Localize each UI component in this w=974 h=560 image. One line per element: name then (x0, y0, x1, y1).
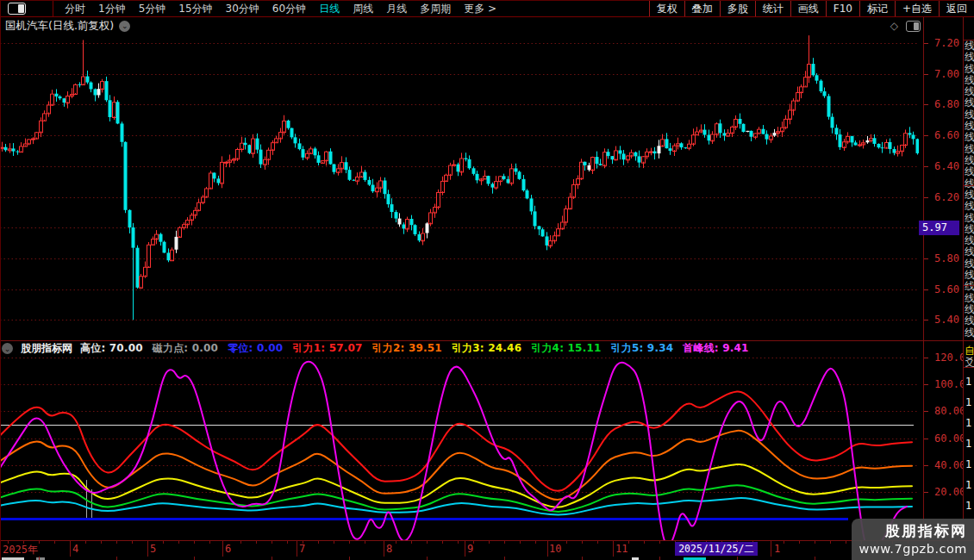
date-label: 10 (549, 543, 561, 555)
diamond-icon[interactable]: ◇ (890, 20, 898, 32)
indicator-param-4: 引力2: 39.51 (372, 342, 442, 355)
tab-60min[interactable]: 60分钟 (272, 2, 306, 16)
date-minor-tick (396, 541, 396, 544)
panel-toggle-icon[interactable] (906, 21, 921, 32)
tab-5min[interactable]: 5分钟 (139, 2, 166, 16)
indicator-header: ⌄ 股朋指标网 高位: 70.00磁力点: 0.00零位: 0.00引力1: 5… (0, 342, 914, 355)
clipped-panel-glyph: 线 (965, 86, 974, 96)
axis-label: 7.20 (934, 37, 959, 49)
tab-multi-period[interactable]: 多周期 (420, 2, 451, 16)
chevron-down-icon[interactable]: ⌄ (119, 21, 130, 32)
date-minor-tick (520, 541, 521, 544)
axis-label: 80.00 (934, 405, 965, 417)
date-minor-tick (256, 541, 257, 544)
current-date-tag: 2025/11/25/二 (675, 542, 758, 556)
partial-row-tick (116, 557, 117, 560)
indicator-chart-canvas[interactable] (0, 356, 919, 540)
partial-row-tick (349, 557, 350, 560)
tab-more[interactable]: 更多 > (464, 2, 496, 16)
indicator-title[interactable]: 股朋指标网 (21, 342, 72, 355)
date-minor-tick (815, 541, 815, 544)
tab-monthly[interactable]: 月线 (386, 2, 407, 16)
clipped-panel-glyph: 线 (965, 64, 974, 74)
partial-row-tick (815, 557, 815, 560)
date-minor-tick (85, 541, 86, 544)
date-minor-tick (846, 541, 846, 544)
clipped-panel-glyph: 线 (965, 213, 974, 223)
partial-row-tick (194, 557, 195, 560)
menu-add-watchlist[interactable]: +自选 (895, 1, 939, 16)
axis-label: 60.00 (934, 432, 965, 445)
watermark-site-name: 股朋指标网 (852, 521, 967, 540)
clipped-panel-glyph: 线 (965, 178, 974, 189)
tab-fenshi[interactable]: 分时 (65, 2, 85, 16)
clipped-panel-glyph: 线 (965, 155, 974, 165)
date-axis: 2025年45678910111 (0, 540, 974, 557)
strip-divider (964, 340, 974, 341)
date-minor-tick (272, 541, 272, 544)
date-label: 1 (774, 543, 780, 555)
tab-1min[interactable]: 1分钟 (98, 2, 126, 16)
tab-15min[interactable]: 15分钟 (178, 2, 212, 16)
candlestick-chart-canvas[interactable] (0, 35, 919, 340)
menu-fuquan[interactable]: 复权 (649, 1, 684, 16)
date-minor-tick (659, 541, 660, 544)
collapse-indicator-icon[interactable]: ⌄ (2, 343, 13, 354)
menu-diejia[interactable]: 叠加 (684, 1, 720, 16)
date-minor-tick (178, 541, 179, 544)
menu-back[interactable]: 返回 (939, 1, 974, 16)
clipped-panel-glyph: 线 (965, 281, 974, 291)
strip-gray-glyph: 爻 (965, 357, 974, 367)
menu-tongji[interactable]: 统计 (755, 1, 790, 16)
clipped-panel-glyph: 线 (965, 258, 974, 269)
date-label: 4 (72, 543, 78, 555)
tab-30min[interactable]: 30分钟 (226, 2, 259, 16)
date-label: 11 (615, 543, 627, 555)
tab-daily[interactable]: 日线 (319, 2, 340, 16)
panel-divider (0, 340, 974, 341)
clipped-panel-glyph: 线 (965, 304, 974, 314)
menu-huaxian[interactable]: 画线 (790, 1, 826, 16)
menu-duogu[interactable]: 多股 (720, 1, 755, 16)
date-minor-tick (504, 541, 505, 544)
indicator-param-6: 引力4: 15.11 (531, 342, 601, 355)
watermark: 股朋指标网 www.7gpzb.com (852, 519, 974, 560)
date-minor-tick (784, 541, 784, 544)
clipped-panel-glyph: 线 (965, 235, 974, 246)
strip-divider (964, 40, 974, 40)
date-minor-tick (163, 541, 164, 544)
date-minor-tick (209, 541, 210, 544)
window-layout-icon[interactable] (0, 1, 53, 16)
last-price-tag: 5.97 (919, 221, 959, 235)
clipped-panel-glyph: 线 (965, 201, 974, 211)
partial-row-tick (272, 557, 272, 560)
trading-terminal: 分时 1分钟 5分钟 15分钟 30分钟 60分钟 日线 周线 月线 多周期 更… (0, 0, 974, 560)
date-minor-tick (318, 541, 319, 544)
axis-label: 6.40 (934, 160, 959, 172)
menu-f10[interactable]: F10 (826, 1, 859, 16)
date-minor-tick (411, 541, 412, 544)
strip-digit: 1 (965, 500, 971, 512)
right-menu: 复权 叠加 多股 统计 画线 F10 标记 +自选 返回 (649, 1, 974, 16)
indicator-param-5: 引力3: 24.46 (452, 342, 521, 355)
axis-label: 5.80 (934, 252, 959, 264)
date-label: 7 (299, 543, 305, 555)
date-label: 2025年 (3, 543, 38, 557)
date-minor-tick (597, 541, 598, 544)
clipped-panel-glyph: 线 (965, 40, 974, 51)
partial-row-tick (39, 557, 40, 560)
top-toolbar: 分时 1分钟 5分钟 15分钟 30分钟 60分钟 日线 周线 月线 多周期 更… (0, 1, 974, 17)
menu-biaoji[interactable]: 标记 (859, 1, 895, 16)
clipped-panel-glyph: 线 (965, 52, 974, 62)
axis-label: 6.60 (934, 129, 959, 141)
date-minor-tick (535, 541, 536, 544)
date-minor-tick (830, 541, 831, 544)
date-minor-tick (489, 541, 490, 544)
month-divider (465, 541, 465, 557)
date-minor-tick (54, 541, 55, 544)
clipped-panel-glyph: 线 (965, 97, 974, 108)
collapsed-side-panel[interactable]: 线线线线线线线线线线线线线线线线线线线线线线线线线线自爻1111111 (964, 17, 974, 519)
title-bar: 国机汽车(日线.前复权) ⌄ ◇ (0, 17, 974, 35)
axis-separator-line (923, 17, 924, 540)
tab-weekly[interactable]: 周线 (353, 2, 373, 16)
